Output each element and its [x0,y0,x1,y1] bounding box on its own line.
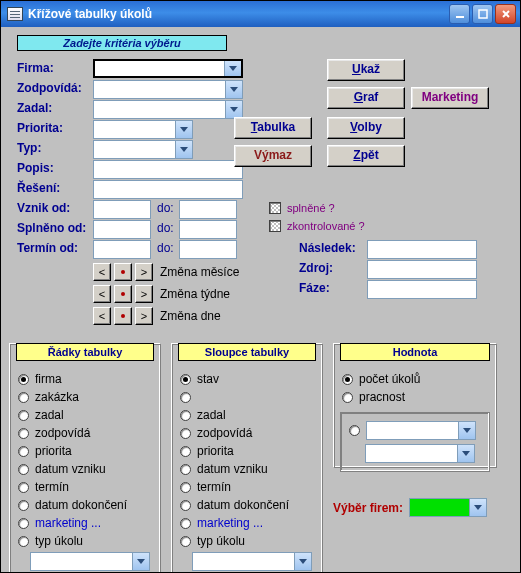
value-subbox [340,412,490,472]
termin-od-input[interactable] [93,240,151,259]
label-splneno-od: Splněno od: [17,221,86,235]
radio-icon [18,536,29,547]
month-reset-button[interactable] [114,263,132,281]
close-button[interactable] [495,4,516,24]
svg-rect-1 [479,10,487,18]
spin-week-label: Změna týdne [160,287,230,301]
tabulka-button[interactable]: Tabulka [234,117,312,139]
checkbox-icon [269,202,281,214]
reseni-input[interactable] [93,180,243,199]
day-prev-button[interactable]: < [93,307,111,325]
cols-option[interactable]: zadal [180,408,316,422]
rows-option[interactable]: datum dokončení [18,498,154,512]
rows-option-label: typ úkolu [35,534,83,548]
radio-icon [180,482,191,493]
value-option[interactable]: počet úkolů [342,372,490,386]
zadal-combo[interactable] [93,100,243,119]
label-vznik-od: Vznik od: [17,201,70,215]
radio-icon [18,464,29,475]
month-prev-button[interactable]: < [93,263,111,281]
day-next-button[interactable]: > [135,307,153,325]
spin-day-label: Změna dne [160,309,221,323]
cols-option[interactable]: stav [180,372,316,386]
radio-icon [342,392,353,403]
cols-option[interactable]: termín [180,480,316,494]
radio-icon [180,518,191,529]
firma-combo[interactable] [93,59,243,78]
rows-option[interactable]: priorita [18,444,154,458]
label-faze: Fáze: [299,281,330,295]
zkontrolovane-check[interactable]: zkontrolované ? [269,220,365,232]
maximize-button[interactable] [472,4,493,24]
cols-option[interactable]: datum vzniku [180,462,316,476]
vyber-firem-combo[interactable] [409,498,487,517]
cols-extra-combo[interactable] [192,552,312,571]
label-nasledek: Následek: [299,241,356,255]
week-prev-button[interactable]: < [93,285,111,303]
minimize-button[interactable] [449,4,470,24]
radio-icon [180,464,191,475]
week-reset-button[interactable] [114,285,132,303]
cols-option[interactable]: datum dokončení [180,498,316,512]
rows-option[interactable]: termín [18,480,154,494]
graf-button[interactable]: Graf [327,87,405,109]
label-firma: Firma: [17,61,54,75]
label-zodpovida: Zodpovídá: [17,81,82,95]
criteria-header: Zadejte kritéria výběru [17,35,227,51]
priorita-combo[interactable] [93,120,193,139]
day-reset-button[interactable] [114,307,132,325]
zodpovida-combo[interactable] [93,80,243,99]
rows-option[interactable]: zakázka [18,390,154,404]
cols-option[interactable]: typ úkolu [180,534,316,548]
typ-combo[interactable] [93,140,193,159]
rows-option-label: marketing ... [35,516,101,530]
cols-option[interactable]: marketing ... [180,516,316,530]
rows-option[interactable]: zodpovídá [18,426,154,440]
zpet-button[interactable]: Zpět [327,145,405,167]
rows-option[interactable]: firma [18,372,154,386]
faze-input[interactable] [367,280,477,299]
rows-extra-combo[interactable] [30,552,150,571]
cols-option[interactable] [180,390,316,404]
bottom-groups: Řádky tabulky firmazakázkazadalzodpovídá… [9,343,512,572]
checkbox-icon [269,220,281,232]
cols-option[interactable]: zodpovídá [180,426,316,440]
rows-option[interactable]: datum vzniku [18,462,154,476]
popis-input[interactable] [93,160,243,179]
rows-option[interactable]: typ úkolu [18,534,154,548]
splneno-do-input[interactable] [179,220,237,239]
termin-do-input[interactable] [179,240,237,259]
value-sub-radio[interactable] [349,421,483,440]
nasledek-input[interactable] [367,240,477,259]
value-sub-combo-2[interactable] [365,444,475,463]
app-window: Křížové tabulky úkolů Zadejte kritéria v… [0,0,521,573]
svg-rect-0 [456,16,464,18]
marketing-button[interactable]: Marketing [411,87,489,109]
value-option-label: počet úkolů [359,372,420,386]
rows-option-label: zodpovídá [35,426,90,440]
rows-option[interactable]: marketing ... [18,516,154,530]
rows-group: Řádky tabulky firmazakázkazadalzodpovídá… [9,343,161,572]
vznik-do-input[interactable] [179,200,237,219]
zdroj-input[interactable] [367,260,477,279]
splnene-check[interactable]: splněné ? [269,202,335,214]
month-next-button[interactable]: > [135,263,153,281]
vymaz-button[interactable]: Výmaz [234,145,312,167]
radio-icon [18,500,29,511]
rows-option-label: priorita [35,444,72,458]
label-zadal: Zadal: [17,101,52,115]
value-sub-combo-1[interactable] [366,421,476,440]
vznik-od-input[interactable] [93,200,151,219]
week-next-button[interactable]: > [135,285,153,303]
volby-button[interactable]: Volby [327,117,405,139]
splneno-od-input[interactable] [93,220,151,239]
cols-option-label [197,390,200,404]
label-do-3: do: [157,241,174,255]
radio-icon [18,392,29,403]
cols-option[interactable]: priorita [180,444,316,458]
value-option[interactable]: pracnost [342,390,490,404]
rows-option-label: datum dokončení [35,498,127,512]
spin-month-label: Změna měsíce [160,265,239,279]
rows-option[interactable]: zadal [18,408,154,422]
ukaz-button[interactable]: Ukaž [327,59,405,81]
